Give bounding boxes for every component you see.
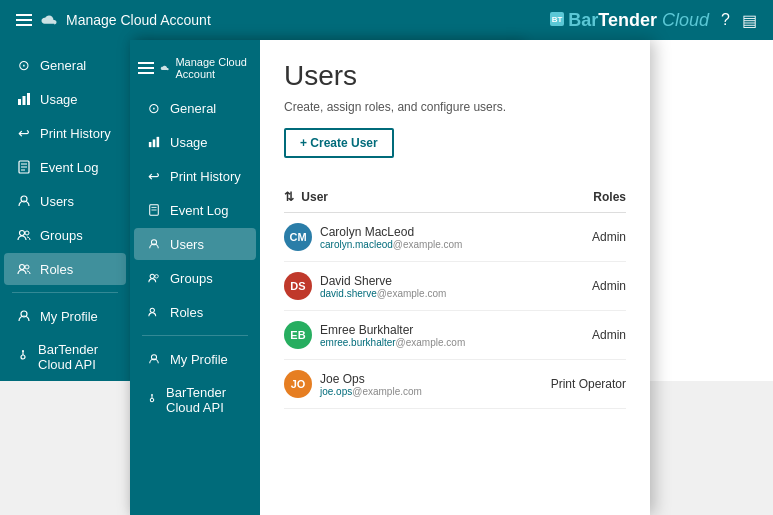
user-row-eb[interactable]: EB Emree Burkhalter emree.burkhalter@exa… (284, 311, 626, 360)
cloud-nav-icon (40, 13, 58, 27)
user-left-cm: CM Carolyn MacLeod carolyn.macleod@examp… (284, 223, 462, 251)
hamburger-icon[interactable] (16, 14, 32, 26)
users-title: Users (284, 60, 626, 92)
groups-icon (16, 227, 32, 243)
svg-rect-4 (27, 93, 30, 105)
logo-brand: BT BarTender Cloud (550, 10, 709, 31)
svg-point-28 (150, 274, 154, 278)
user-row-jo[interactable]: JO Joe Ops joe.ops@example.com Print Ope… (284, 360, 626, 409)
user-info-eb: Emree Burkhalter emree.burkhalter@exampl… (320, 323, 465, 348)
user-left-eb: EB Emree Burkhalter emree.burkhalter@exa… (284, 321, 465, 349)
top-bar-left: Manage Cloud Account (16, 12, 211, 28)
user-info-cm: Carolyn MacLeod carolyn.macleod@example.… (320, 225, 462, 250)
print-history-icon: ↩ (16, 125, 32, 141)
roles-icon (16, 261, 32, 277)
svg-point-30 (150, 308, 154, 312)
top-bar: Manage Cloud Account BT BarTender Cloud … (0, 0, 773, 40)
panel-users: Manage Cloud Account ⊙ General Usage ↩ P… (130, 40, 650, 515)
sidebar-item-print-history[interactable]: ↩ Print History (4, 117, 126, 149)
svg-point-10 (20, 231, 25, 236)
create-user-button[interactable]: + Create User (284, 128, 394, 158)
logo-tender: Tender (598, 10, 657, 31)
users-content: Users Create, assign roles, and configur… (260, 40, 650, 429)
sidebar-item-groups[interactable]: Groups (4, 219, 126, 251)
panel-users-sidebar: Manage Cloud Account ⊙ General Usage ↩ P… (130, 40, 260, 515)
panel-users-main: Users Create, assign roles, and configur… (260, 40, 650, 515)
svg-text:BT: BT (552, 15, 563, 24)
sidebar-item-my-profile[interactable]: My Profile (4, 300, 126, 332)
usage-icon (16, 91, 32, 107)
panel-users-header-bar: Manage Cloud Account (130, 48, 260, 88)
user-avatar-eb: EB (284, 321, 312, 349)
my-profile-icon (16, 308, 32, 324)
panel-users-sidebar-my-profile[interactable]: My Profile (134, 343, 256, 375)
roles-col-header: Roles (593, 190, 626, 204)
panel-cloud-icon-3 (160, 63, 169, 73)
panel-users-sidebar-api[interactable]: BarTender Cloud API (134, 377, 256, 423)
user-info-jo: Joe Ops joe.ops@example.com (320, 372, 422, 397)
sidebar-item-event-log[interactable]: Event Log (4, 151, 126, 183)
sidebar-item-users[interactable]: Users (4, 185, 126, 217)
user-avatar-jo: JO (284, 370, 312, 398)
svg-rect-21 (149, 142, 152, 147)
svg-point-12 (20, 265, 25, 270)
svg-point-29 (155, 275, 158, 278)
svg-point-15 (21, 355, 25, 359)
my-profile-icon-3 (146, 351, 162, 367)
users-icon (16, 193, 32, 209)
usage-icon-3 (146, 134, 162, 150)
panel-users-sidebar-roles[interactable]: Roles (134, 296, 256, 328)
panel-hamburger-3[interactable] (138, 62, 154, 74)
panel-users-sidebar-general[interactable]: ⊙ General (134, 92, 256, 124)
svg-point-11 (25, 231, 29, 235)
sidebar-item-api[interactable]: BarTender Cloud API (4, 334, 126, 380)
app-title: Manage Cloud Account (66, 12, 211, 28)
bartender-logo-icon: BT (550, 12, 564, 26)
groups-icon-3 (146, 270, 162, 286)
panel-users-sidebar-usage[interactable]: Usage (134, 126, 256, 158)
svg-rect-2 (18, 99, 21, 105)
print-history-icon-3: ↩ (146, 168, 162, 184)
svg-rect-3 (23, 96, 26, 105)
user-account-icon[interactable]: ▤ (742, 11, 757, 30)
svg-point-32 (150, 398, 153, 401)
user-row-cm[interactable]: CM Carolyn MacLeod carolyn.macleod@examp… (284, 213, 626, 262)
logo-cloud: Cloud (662, 10, 709, 31)
svg-rect-22 (153, 139, 156, 147)
logo-bar: Bar (568, 10, 598, 31)
svg-rect-23 (157, 137, 160, 147)
users-table-header: ⇅ User Roles (284, 182, 626, 213)
svg-point-13 (25, 265, 29, 269)
panel-users-sidebar-event-log[interactable]: Event Log (134, 194, 256, 226)
api-icon-3 (146, 392, 158, 408)
logo-area: BT BarTender Cloud ? ▤ (550, 10, 757, 31)
help-icon[interactable]: ? (721, 11, 730, 29)
user-info-ds: David Sherve david.sherve@example.com (320, 274, 446, 299)
sidebar-item-roles[interactable]: Roles (4, 253, 126, 285)
event-log-icon (16, 159, 32, 175)
event-log-icon-3 (146, 202, 162, 218)
user-avatar-cm: CM (284, 223, 312, 251)
sidebar-item-usage[interactable]: Usage (4, 83, 126, 115)
general-icon-3: ⊙ (146, 100, 162, 116)
user-col-header: ⇅ User (284, 190, 328, 204)
users-desc: Create, assign roles, and configure user… (284, 100, 626, 114)
api-icon (16, 349, 30, 365)
panel-users-sidebar-print-history[interactable]: ↩ Print History (134, 160, 256, 192)
sidebar-divider (12, 292, 118, 293)
user-left-jo: JO Joe Ops joe.ops@example.com (284, 370, 422, 398)
panel-users-sidebar-users[interactable]: Users (134, 228, 256, 260)
svg-point-17 (22, 350, 24, 352)
roles-icon-3 (146, 304, 162, 320)
panel-users-sidebar-groups[interactable]: Groups (134, 262, 256, 294)
sidebar-primary: ⊙ General Usage ↩ Print History Event Lo… (0, 40, 130, 381)
user-avatar-ds: DS (284, 272, 312, 300)
sidebar-item-general[interactable]: ⊙ General (4, 49, 126, 81)
user-left-ds: DS David Sherve david.sherve@example.com (284, 272, 446, 300)
user-row-ds[interactable]: DS David Sherve david.sherve@example.com… (284, 262, 626, 311)
panel-users-header-title: Manage Cloud Account (175, 56, 252, 80)
sidebar-divider-3 (142, 335, 248, 336)
sort-icon-user: ⇅ (284, 190, 294, 204)
general-icon: ⊙ (16, 57, 32, 73)
users-icon-3 (146, 236, 162, 252)
